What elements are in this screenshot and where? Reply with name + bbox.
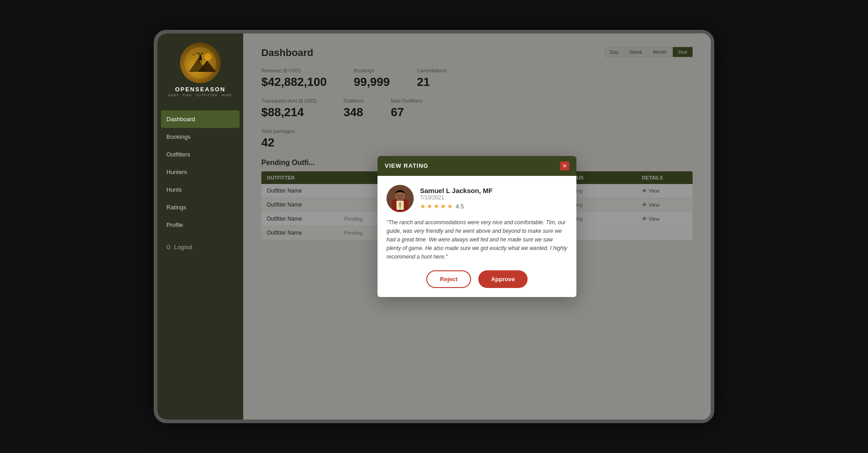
logo-subtext: HUNT · FISH · OUTFITTER · HUNT bbox=[168, 94, 232, 97]
modal-close-button[interactable]: ✕ bbox=[560, 161, 569, 170]
sidebar-item-profile[interactable]: Profile bbox=[157, 216, 243, 234]
star-1: ★ bbox=[420, 203, 426, 210]
sidebar-item-logout[interactable]: G Logout bbox=[157, 238, 243, 256]
svg-line-10 bbox=[201, 60, 202, 62]
modal-title: VIEW RATING bbox=[385, 162, 429, 169]
sidebar-item-outfitters[interactable]: Outfitters bbox=[157, 146, 243, 163]
star-4: ★ bbox=[440, 203, 446, 210]
nav-menu: Dashboard Bookings Outfitters Hunters Hu… bbox=[157, 110, 243, 256]
sidebar-item-ratings[interactable]: Ratings bbox=[157, 198, 243, 216]
reviewer-row: Samuel L Jackson, MF 7/10/2021 ★ ★ ★ ★ ★… bbox=[387, 185, 567, 212]
svg-point-8 bbox=[199, 56, 202, 58]
view-rating-modal: VIEW RATING ✕ bbox=[377, 156, 576, 297]
google-icon: G bbox=[166, 244, 170, 250]
star-5-half: ★ bbox=[447, 203, 453, 210]
svg-point-18 bbox=[401, 195, 403, 196]
rating-number: 4.5 bbox=[456, 203, 464, 210]
modal-actions: Reject Approve bbox=[387, 270, 567, 288]
sidebar-item-bookings[interactable]: Bookings bbox=[157, 128, 243, 146]
modal-overlay: VIEW RATING ✕ bbox=[243, 33, 711, 420]
sidebar: OPENSEASON HUNT · FISH · OUTFITTER · HUN… bbox=[157, 33, 243, 420]
modal-header: VIEW RATING ✕ bbox=[377, 156, 576, 176]
modal-body: Samuel L Jackson, MF 7/10/2021 ★ ★ ★ ★ ★… bbox=[377, 176, 576, 297]
svg-point-7 bbox=[198, 57, 202, 60]
star-2: ★ bbox=[427, 203, 433, 210]
sidebar-item-hunts[interactable]: Hunts bbox=[157, 181, 243, 198]
star-3: ★ bbox=[434, 203, 439, 210]
star-rating: ★ ★ ★ ★ ★ 4.5 bbox=[420, 203, 493, 210]
reject-button[interactable]: Reject bbox=[426, 270, 471, 288]
reviewer-date: 7/10/2021 bbox=[420, 194, 493, 201]
review-text: "The ranch and accommodations were very … bbox=[387, 218, 567, 262]
sidebar-item-hunters[interactable]: Hunters bbox=[157, 163, 243, 181]
svg-point-11 bbox=[204, 53, 212, 61]
logo-text: OPENSEASON bbox=[175, 86, 226, 93]
reviewer-avatar bbox=[387, 185, 414, 212]
approve-button[interactable]: Approve bbox=[478, 270, 528, 288]
reviewer-info: Samuel L Jackson, MF 7/10/2021 ★ ★ ★ ★ ★… bbox=[420, 187, 493, 210]
logo-area: OPENSEASON HUNT · FISH · OUTFITTER · HUN… bbox=[157, 33, 243, 101]
main-content: Dashboard Day Week Month Year Revenue ($… bbox=[243, 33, 711, 420]
svg-line-9 bbox=[199, 60, 199, 62]
logo-circle bbox=[180, 42, 221, 83]
sidebar-item-dashboard[interactable]: Dashboard bbox=[161, 110, 240, 128]
svg-point-17 bbox=[398, 195, 399, 196]
reviewer-name: Samuel L Jackson, MF bbox=[420, 187, 493, 194]
